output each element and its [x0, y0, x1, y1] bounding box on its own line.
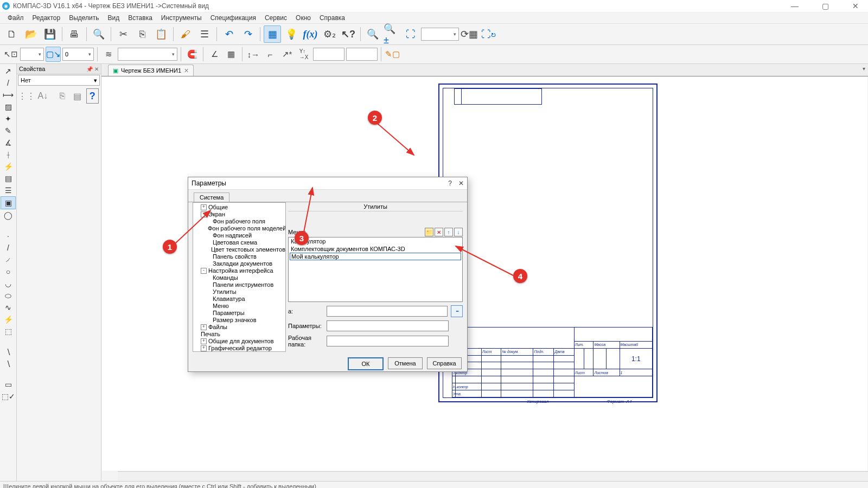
- zoom-combo[interactable]: ▾: [421, 28, 459, 41]
- coord1-icon[interactable]: ⌐: [263, 47, 278, 62]
- edit-icon[interactable]: ✎▢: [385, 47, 400, 62]
- tree-node[interactable]: +Общие для документов: [193, 338, 285, 345]
- tree-node[interactable]: Цвет текстовых элементов: [193, 246, 285, 253]
- line-icon[interactable]: /: [1, 77, 15, 89]
- tab-close-icon[interactable]: ✕: [184, 67, 189, 74]
- tool5-icon[interactable]: ✦: [1, 113, 15, 125]
- views-icon[interactable]: ▣: [1, 196, 16, 209]
- save-icon[interactable]: 💾: [41, 25, 59, 43]
- rect2-icon[interactable]: ▭: [1, 378, 15, 390]
- ok-icon[interactable]: ⬚✓: [1, 390, 15, 402]
- edit2-icon[interactable]: ✎: [1, 125, 15, 137]
- xy-icon[interactable]: Y↑→X: [296, 47, 311, 62]
- preview-icon[interactable]: 🔍: [90, 25, 107, 43]
- settings-tree[interactable]: +Общие-ЭкранФон рабочего поляФон рабочег…: [193, 202, 286, 352]
- copy-icon[interactable]: ⎘: [133, 25, 151, 43]
- hatch-icon[interactable]: ▨: [1, 101, 15, 113]
- undo-icon[interactable]: ↶: [220, 25, 238, 43]
- tree-node[interactable]: Клавиатура: [193, 296, 285, 303]
- layer-combo[interactable]: 0▾: [62, 48, 94, 61]
- props-btn2[interactable]: A↓: [36, 88, 49, 104]
- state-icon[interactable]: ↖⊡: [3, 47, 18, 62]
- dialog-tab-system[interactable]: Система: [194, 192, 229, 202]
- horizontal-scrollbar[interactable]: [118, 471, 868, 481]
- properties-icon[interactable]: ☰: [196, 25, 213, 43]
- open-icon[interactable]: 📂: [22, 25, 40, 43]
- tabs-menu-icon[interactable]: ▾: [860, 65, 867, 72]
- tree-node[interactable]: -Настройка интерфейса: [193, 267, 285, 274]
- tree-node[interactable]: Меню: [193, 303, 285, 310]
- tree-node[interactable]: +Графический редактор: [193, 345, 285, 352]
- menu-service[interactable]: Сервис: [261, 13, 290, 23]
- y-field[interactable]: [346, 48, 378, 61]
- linestyle-combo[interactable]: ▾: [118, 48, 177, 61]
- close-panel-icon[interactable]: ✕: [94, 66, 99, 72]
- props-btn4[interactable]: ▤: [71, 88, 84, 104]
- tree-node[interactable]: Цветовая схема: [193, 239, 285, 246]
- zoom-fit-icon[interactable]: ⛶: [402, 25, 419, 43]
- menu-editor[interactable]: Редактор: [29, 13, 64, 23]
- props-btn3[interactable]: ⎘: [56, 88, 69, 104]
- angle-icon[interactable]: ∠: [207, 47, 222, 62]
- menu-select[interactable]: Выделить: [66, 13, 102, 23]
- grid-icon[interactable]: ▦: [224, 47, 239, 62]
- manager-icon[interactable]: ▦: [264, 25, 281, 43]
- dialog-help-icon[interactable]: ?: [448, 179, 452, 187]
- delete-util-button[interactable]: ✕: [435, 228, 443, 236]
- spline-icon[interactable]: ∿: [1, 301, 15, 313]
- rebuild-icon[interactable]: ⛶↻: [480, 25, 497, 43]
- tree-node[interactable]: Закладки документов: [193, 260, 285, 267]
- linestyle-icon[interactable]: ≋: [101, 47, 116, 62]
- zoom-window-icon[interactable]: 🔍: [364, 25, 381, 43]
- state-combo[interactable]: ▾: [20, 48, 44, 61]
- list-item[interactable]: Комплектовщик документов КОМПАС-3D: [289, 245, 462, 253]
- pin-icon[interactable]: 📌: [86, 66, 93, 72]
- table-icon[interactable]: ▤: [1, 172, 15, 184]
- menu-insert[interactable]: Вставка: [125, 13, 156, 23]
- arrow-icon[interactable]: ↗: [1, 65, 15, 77]
- tree-node[interactable]: Утилиты: [193, 288, 285, 296]
- rect-icon[interactable]: ⬚: [1, 325, 15, 337]
- lib-icon[interactable]: ⚙₂: [321, 25, 338, 43]
- browse-button[interactable]: ···: [451, 305, 463, 317]
- circ-icon[interactable]: ○: [1, 266, 15, 278]
- document-tab[interactable]: ▣ Чертеж БЕЗ ИМЕНИ1 ✕: [108, 65, 194, 76]
- dialog-close-icon[interactable]: ✕: [458, 179, 464, 187]
- paste-icon[interactable]: 📋: [152, 25, 170, 43]
- params-input[interactable]: [327, 320, 449, 331]
- tree-node[interactable]: Панели инструментов: [193, 281, 285, 288]
- folder-input[interactable]: [327, 336, 449, 346]
- tree-node[interactable]: Команды: [193, 274, 285, 281]
- help-button[interactable]: Справка: [427, 357, 462, 369]
- zoom-dyn-icon[interactable]: 🔍±: [383, 25, 400, 43]
- menu-window[interactable]: Окно: [292, 13, 314, 23]
- tree-node[interactable]: -Экран: [193, 211, 285, 218]
- brush-icon[interactable]: 🖌: [177, 25, 194, 43]
- bolt-icon[interactable]: ⚡: [1, 313, 15, 325]
- tool9-icon[interactable]: ⚡: [1, 160, 15, 172]
- move-down-button[interactable]: ↓: [454, 228, 463, 236]
- props-help-icon[interactable]: ?: [86, 88, 99, 104]
- menu-help[interactable]: Справка: [316, 13, 348, 23]
- close-button[interactable]: ✕: [845, 2, 866, 10]
- x-field[interactable]: [313, 48, 344, 61]
- maximize-button[interactable]: ▢: [815, 2, 835, 10]
- move-up-button[interactable]: ↑: [444, 228, 453, 236]
- cancel-button[interactable]: Отмена: [388, 357, 423, 369]
- point-icon[interactable]: ·: [1, 230, 15, 242]
- utilities-list[interactable]: Калькулятор Комплектовщик документов КОМ…: [288, 237, 463, 302]
- add-util-button[interactable]: 📁: [425, 228, 433, 236]
- props-combo[interactable]: Нет▾: [18, 75, 100, 86]
- list-item-editing[interactable]: Мой калькулятор: [290, 253, 461, 260]
- spec-icon[interactable]: ☰: [1, 184, 15, 196]
- circle-icon[interactable]: ◯: [1, 209, 15, 221]
- ok-button[interactable]: ОК: [348, 357, 384, 370]
- layer-icon[interactable]: ▢↘: [46, 47, 61, 62]
- menu-view[interactable]: Вид: [105, 13, 123, 23]
- param-icon[interactable]: ∡: [1, 137, 15, 149]
- variables-icon[interactable]: 💡: [283, 25, 300, 43]
- fx-icon[interactable]: f(x): [302, 25, 319, 43]
- tree-node[interactable]: Размер значков: [193, 317, 285, 324]
- drawing-canvas[interactable]: Лит.МассаМасштаб ИзмЛист№ докум.Подп.Дат…: [102, 77, 867, 471]
- tree-node[interactable]: +Файлы: [193, 324, 285, 331]
